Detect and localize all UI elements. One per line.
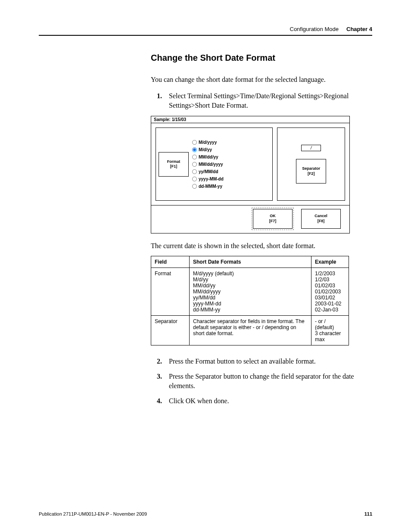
page-footer: Publication 2711P-UM001J-EN-P - November… [39, 511, 372, 516]
format-radio-input[interactable] [192, 155, 197, 159]
cell-examples: 1/2/20031/2/0301/02/0301/02/200303/01/02… [311, 268, 349, 315]
format-radio-label: yy/MM/dd [199, 169, 218, 174]
cell-field: Format [151, 268, 190, 315]
separator-button[interactable]: Separator [F2] [296, 159, 326, 184]
step-text: Press the Format button to select an ava… [169, 358, 316, 365]
cell-line: 3 character max [315, 330, 345, 342]
running-header-right: Chapter 4 [346, 26, 372, 32]
cell-line: yy/MM/dd [193, 295, 308, 301]
cell-field: Separator [151, 315, 190, 345]
steps-bottom: 2. Press the Format button to select an … [151, 357, 372, 406]
cell-line: 02-Jan-03 [315, 307, 345, 313]
cancel-button-key: [F8] [318, 219, 325, 223]
cell-line: 01/02/2003 [315, 289, 345, 295]
section-heading: Change the Short Date Format [151, 53, 372, 63]
cell-line: MM/dd/yy [193, 283, 308, 289]
format-radio-option[interactable]: dd-MMM-yy [192, 184, 224, 189]
cell-line: M/d/yy [193, 277, 308, 283]
sample-bar: Sample: 1/15/03 [151, 116, 349, 123]
cell-line: 1/2/03 [315, 277, 345, 283]
separator-panel: / Separator [F2] [277, 128, 345, 201]
cell-line: 1/2/2003 [315, 271, 345, 277]
sample-value: 1/15/03 [172, 117, 186, 122]
separator-value-display: / [301, 145, 321, 151]
cell-line: dd-MMM-yy [193, 307, 308, 313]
cell-line: 03/01/02 [315, 295, 345, 301]
format-radio-option[interactable]: yyyy-MM-dd [192, 177, 224, 181]
format-radio-option[interactable]: MM/dd/yyyy [192, 162, 224, 167]
table-row-separator: Separator Character separator for fields… [151, 315, 349, 345]
dialog-button-bar: OK [F7] Cancel [F8] [151, 205, 349, 233]
format-radio-label: M/d/yy [199, 147, 212, 152]
table-header-row: Field Short Date Formats Example [151, 256, 349, 268]
ok-button[interactable]: OK [F7] [253, 209, 293, 228]
cancel-button-label: Cancel [314, 214, 327, 218]
step-text: Press the Separator button to change the… [169, 373, 354, 389]
step-text: Click OK when done. [169, 397, 229, 404]
cell-line: MM/dd/yyyy [193, 289, 308, 295]
format-radio-input[interactable] [192, 177, 197, 181]
ok-button-label: OK [270, 214, 276, 218]
format-radio-group: M/d/yyyyM/d/yyMM/dd/yyMM/dd/yyyyyy/MM/dd… [192, 140, 224, 189]
step-2: 2. Press the Format button to select an … [151, 357, 372, 366]
format-radio-label: MM/dd/yyyy [199, 162, 223, 167]
step-number: 3. [157, 372, 162, 381]
format-radio-input[interactable] [192, 140, 197, 145]
format-radio-label: yyyy-MM-dd [199, 177, 224, 181]
format-button-key: [F1] [170, 164, 177, 168]
step-1: 1. Select Terminal Settings>Time/Date/Re… [151, 91, 372, 110]
format-radio-option[interactable]: yy/MM/dd [192, 169, 224, 174]
format-radio-input[interactable] [192, 184, 197, 189]
cell-formats: M/d/yyyy (default)M/d/yyMM/dd/yyMM/dd/yy… [190, 268, 311, 315]
format-radio-label: M/d/yyyy [199, 140, 217, 145]
cell-line: - or / (default) [315, 318, 345, 330]
cell-examples: - or / (default)3 character max [311, 315, 349, 345]
publication-id: Publication 2711P-UM001J-EN-P - November… [39, 511, 147, 516]
separator-button-label: Separator [302, 166, 320, 171]
step-number: 1. [157, 91, 162, 101]
running-header-left: Configuration Mode [290, 26, 339, 32]
format-radio-option[interactable]: M/d/yy [192, 147, 224, 152]
intro-paragraph: You can change the short date format for… [151, 76, 372, 84]
table-row-format: Format M/d/yyyy (default)M/d/yyMM/dd/yyM… [151, 268, 349, 315]
page: Configuration Mode Chapter 4 Change the … [0, 0, 411, 532]
col-example: Example [311, 256, 349, 268]
field-definition-table: Field Short Date Formats Example Format … [151, 256, 349, 345]
format-radio-label: dd-MMM-yy [199, 184, 222, 189]
format-radio-label: MM/dd/yy [199, 155, 218, 159]
col-field: Field [151, 256, 190, 268]
header-rule [39, 35, 372, 36]
dialog-body: Format [F1] M/d/yyyyM/d/yyMM/dd/yyMM/dd/… [151, 123, 349, 205]
separator-button-key: [F2] [308, 171, 315, 176]
cell-line: M/d/yyyy (default) [193, 271, 308, 277]
cell-desc: Character separator for fields in time f… [190, 315, 311, 345]
cell-line: yyyy-MM-dd [193, 301, 308, 307]
format-button-label: Format [167, 159, 181, 164]
format-button[interactable]: Format [F1] [159, 152, 189, 177]
short-date-format-dialog: Sample: 1/15/03 Format [F1] M/d/yyyyM/d/… [151, 116, 350, 233]
sample-label: Sample: [154, 117, 171, 122]
main-column: Change the Short Date Format You can cha… [151, 53, 372, 406]
cancel-button[interactable]: Cancel [F8] [301, 209, 341, 228]
page-number: 111 [364, 511, 372, 516]
cell-line: 2003-01-02 [315, 301, 345, 307]
step-3: 3. Press the Separator button to change … [151, 372, 372, 390]
format-radio-input[interactable] [192, 169, 197, 174]
step-number: 4. [157, 396, 162, 406]
step-4: 4. Click OK when done. [151, 396, 372, 406]
steps-top: 1. Select Terminal Settings>Time/Date/Re… [151, 91, 372, 110]
caption-paragraph: The current date is shown in the selecte… [151, 242, 372, 250]
format-radio-option[interactable]: MM/dd/yy [192, 155, 224, 159]
format-panel: Format [F1] M/d/yyyyM/d/yyMM/dd/yyMM/dd/… [156, 128, 273, 201]
step-text: Select Terminal Settings>Time/Date/Regio… [169, 92, 349, 109]
col-formats: Short Date Formats [190, 256, 311, 268]
format-radio-option[interactable]: M/d/yyyy [192, 140, 224, 145]
running-header: Configuration Mode Chapter 4 [39, 26, 372, 32]
format-radio-input[interactable] [192, 147, 197, 152]
cell-line: 01/02/03 [315, 283, 345, 289]
step-number: 2. [157, 357, 162, 366]
ok-button-key: [F7] [269, 219, 277, 223]
format-radio-input[interactable] [192, 162, 197, 167]
